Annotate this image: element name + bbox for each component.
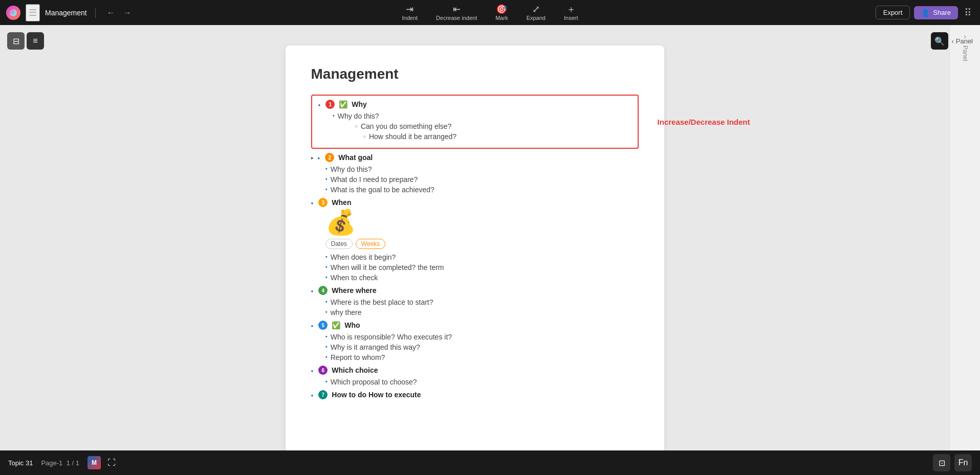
right-panel-toggle: 🔍 ‹ Panel bbox=[931, 32, 973, 50]
section-2-num: 2 bbox=[325, 153, 334, 162]
share-button[interactable]: 👤 Share bbox=[914, 6, 958, 19]
selection-box: ● 1 ✅ Why ● Why do this? ○ Can you do so… bbox=[311, 95, 639, 149]
section-6-children: ● Which proposal to choose? bbox=[325, 378, 639, 386]
section-7-num: 7 bbox=[318, 390, 328, 399]
toolbar-center: ⇥ Indent ⇤ Decrease indent 🎯 Mark ⤢ Expa… bbox=[398, 3, 582, 23]
indent-button[interactable]: ⇥ Indent bbox=[398, 3, 422, 23]
section-2-bullet: ● bbox=[318, 156, 320, 161]
tag-pills: Dates Weeks bbox=[325, 239, 639, 249]
status-bar: Topic 31 Page-1 1 / 1 M ⛶ ⊡ Fn bbox=[0, 450, 980, 475]
section-1-children: ● Why do this? ○ Can you do something el… bbox=[333, 112, 631, 141]
undo-button[interactable]: ← bbox=[104, 6, 118, 19]
status-left: Topic 31 Page-1 1 / 1 M ⛶ bbox=[8, 454, 120, 471]
sub-item-text: What do I need to prepare? bbox=[331, 175, 418, 184]
list-view-button[interactable]: ≡ bbox=[27, 32, 44, 50]
section-4-num: 4 bbox=[318, 286, 328, 295]
toolbar-right: Export 👤 Share ⠿ bbox=[876, 5, 974, 21]
section-1-bullet: ● bbox=[318, 103, 321, 107]
sub-bullet: ● bbox=[325, 310, 328, 313]
decrease-indent-icon: ⇤ bbox=[453, 5, 461, 14]
sub-item-text: When to check bbox=[331, 274, 378, 282]
sub-item-text: why there bbox=[331, 308, 362, 316]
collapse-arrow-icon[interactable]: ▸ bbox=[311, 155, 314, 161]
decrease-indent-button[interactable]: ⇤ Decrease indent bbox=[432, 3, 481, 23]
section-5-text: Who bbox=[344, 321, 360, 329]
insert-button[interactable]: ＋ Insert bbox=[560, 3, 582, 23]
list-item: ● When does it begin? bbox=[325, 253, 639, 261]
expand-button[interactable]: ⤢ Expand bbox=[522, 3, 550, 23]
app-title: Management bbox=[45, 9, 87, 17]
section-5-block: ● 5 ✅ Who ● Who is responsible? Who exec… bbox=[311, 321, 639, 361]
sub-bullet: ● bbox=[325, 379, 328, 383]
redo-button[interactable]: → bbox=[120, 6, 135, 19]
document: Management ● 1 ✅ Why ● Why do this? bbox=[286, 46, 664, 450]
section-4-bullet: ● bbox=[311, 289, 314, 293]
panel-toggle[interactable]: ‹ Panel bbox=[951, 37, 973, 45]
list-item: ○ Can you do something else? bbox=[355, 122, 631, 130]
section-5-children: ● Who is responsible? Who executes it? ●… bbox=[325, 333, 639, 361]
section-2-block: ▸ ● 2 What goal ● Why do this? ● What do… bbox=[311, 153, 639, 194]
section-6-text: Which choice bbox=[332, 366, 378, 374]
status-btn-1[interactable]: ⊡ bbox=[933, 454, 950, 471]
section-3-text: When bbox=[332, 198, 351, 207]
insert-label: Insert bbox=[564, 15, 578, 21]
section-2-title: ▸ ● 2 What goal bbox=[311, 153, 639, 162]
list-item: ● Which proposal to choose? bbox=[325, 378, 639, 386]
section-7-bullet: ● bbox=[311, 393, 314, 398]
section-3-title: ● 3 When bbox=[311, 198, 639, 207]
document-title: Management bbox=[311, 66, 639, 82]
section-1-text: Why bbox=[352, 100, 367, 108]
sub-bullet: ● bbox=[325, 355, 328, 358]
section-6-bullet: ● bbox=[311, 369, 314, 373]
export-button[interactable]: Export bbox=[876, 6, 910, 19]
indent-icon: ⇥ bbox=[406, 5, 413, 14]
page-count: 1 / 1 bbox=[67, 459, 79, 467]
sub-sub-item-text: Can you do something else? bbox=[361, 122, 451, 130]
sub-item-text: Which proposal to choose? bbox=[331, 378, 417, 386]
list-item: ● What is the goal to be achieved? bbox=[325, 186, 639, 194]
section-4-block: ● 4 Where where ● Where is the best plac… bbox=[311, 286, 639, 316]
list-item: ● What do I need to prepare? bbox=[325, 175, 639, 184]
sub-bullet: ● bbox=[333, 114, 335, 117]
sub-item-text: Who is responsible? Who executes it? bbox=[331, 333, 452, 341]
search-button[interactable]: 🔍 bbox=[931, 32, 948, 50]
status-right: ⊡ Fn bbox=[933, 454, 972, 471]
sub-item-text: When does it begin? bbox=[331, 253, 396, 261]
fullscreen-button[interactable]: ⛶ bbox=[103, 454, 120, 471]
mark-button[interactable]: 🎯 Mark bbox=[491, 3, 512, 23]
section-2-children: ● Why do this? ● What do I need to prepa… bbox=[325, 165, 639, 194]
section-1-check: ✅ bbox=[339, 100, 347, 108]
sub-bullet: ● bbox=[325, 187, 328, 191]
section-7-title: ● 7 How to do How to execute bbox=[311, 390, 639, 399]
canvas-area[interactable]: Management ● 1 ✅ Why ● Why do this? bbox=[0, 25, 949, 450]
section-7-text: How to do How to execute bbox=[332, 391, 421, 399]
list-item: ● When will it be completed? the term bbox=[325, 263, 639, 272]
section-5-check: ✅ bbox=[332, 321, 340, 329]
list-item: ● When to check bbox=[325, 274, 639, 282]
status-btn-2[interactable]: Fn bbox=[954, 454, 972, 471]
decrease-indent-label: Decrease indent bbox=[436, 15, 477, 21]
money-bag-emoji: 💰 bbox=[325, 210, 639, 235]
sub-sub-bullet: ○ bbox=[355, 124, 358, 129]
sub-bullet: ● bbox=[325, 300, 328, 303]
weeks-tag: Weeks bbox=[356, 239, 385, 249]
sub-sub-items: ○ Can you do something else? ○ How shoul… bbox=[355, 122, 631, 141]
section-6-block: ● 6 Which choice ● Which proposal to cho… bbox=[311, 366, 639, 386]
sub-sub-sub-item-text: How should it be arranged? bbox=[369, 132, 456, 141]
hamburger-button[interactable]: ☰ bbox=[26, 4, 40, 21]
list-item: ● Why do this? bbox=[325, 165, 639, 173]
app-logo bbox=[6, 6, 20, 20]
sub-item-text: Where is the best place to start? bbox=[331, 298, 433, 306]
sub-bullet: ● bbox=[325, 334, 328, 338]
indent-label: Indent bbox=[402, 15, 418, 21]
share-icon: 👤 bbox=[921, 9, 930, 17]
section-3-bullet: ● bbox=[311, 201, 314, 206]
right-panel: › Panel bbox=[949, 25, 980, 450]
grid-button[interactable]: ⠿ bbox=[962, 5, 974, 21]
page-name: Page-1 bbox=[41, 459, 62, 467]
section-4-children: ● Where is the best place to start? ● wh… bbox=[325, 298, 639, 316]
section-7-block: ● 7 How to do How to execute bbox=[311, 390, 639, 399]
section-3-block: ● 3 When 💰 Dates Weeks ● When does it be… bbox=[311, 198, 639, 282]
card-view-button[interactable]: ⊟ bbox=[7, 32, 25, 50]
list-item: ○ How should it be arranged? bbox=[363, 132, 631, 141]
